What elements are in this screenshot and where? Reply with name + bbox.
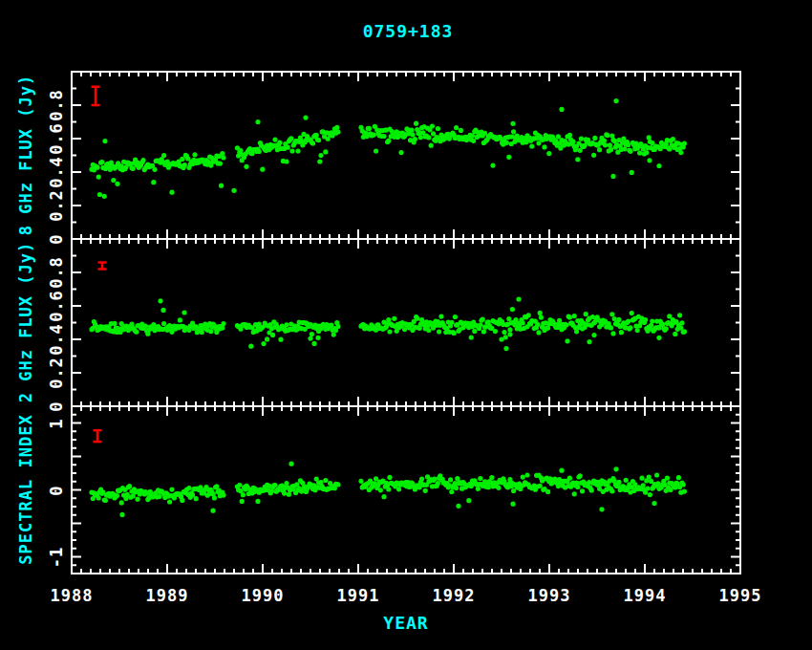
data-point xyxy=(237,483,242,488)
data-point xyxy=(135,497,139,502)
data-point xyxy=(565,338,569,343)
data-point xyxy=(507,327,512,332)
data-point xyxy=(647,135,652,140)
data-point xyxy=(269,488,274,493)
data-point xyxy=(589,488,594,492)
data-point xyxy=(567,476,572,481)
data-point xyxy=(326,137,331,141)
y-axis-label-2ghz-flux: 2 GHz FLUX (Jy) xyxy=(16,242,35,403)
data-point xyxy=(167,499,172,504)
data-point xyxy=(358,479,363,484)
data-point xyxy=(334,125,339,130)
data-point xyxy=(432,477,437,482)
data-point xyxy=(538,311,543,315)
data-point xyxy=(367,126,372,131)
y-tick-label: 0.4 xyxy=(47,323,66,356)
data-point xyxy=(152,167,157,172)
data-point xyxy=(261,341,266,346)
data-point xyxy=(244,164,248,169)
data-point xyxy=(521,320,525,325)
data-point xyxy=(575,157,580,162)
data-point xyxy=(493,329,498,334)
data-point xyxy=(415,316,419,321)
data-point xyxy=(655,481,660,486)
data-point xyxy=(194,496,199,501)
data-point xyxy=(664,326,669,331)
data-point xyxy=(218,162,223,166)
data-point xyxy=(626,142,630,147)
data-point xyxy=(430,123,435,128)
data-point xyxy=(220,326,224,331)
data-point xyxy=(272,483,277,488)
data-point xyxy=(284,159,288,163)
data-point xyxy=(289,148,294,153)
data-point xyxy=(134,330,139,335)
data-point xyxy=(587,339,591,344)
data-point xyxy=(414,121,418,126)
data-point xyxy=(310,141,315,145)
data-point xyxy=(643,317,648,322)
data-point xyxy=(502,330,506,335)
light-curve-figure: 0759+183 8 GHz FLUX (Jy) 2 GHz FLUX (Jy)… xyxy=(0,0,812,650)
data-point xyxy=(374,148,378,153)
data-point xyxy=(667,314,672,318)
data-point xyxy=(103,498,108,503)
data-point xyxy=(616,480,621,485)
data-point xyxy=(231,188,236,193)
data-point xyxy=(97,192,102,197)
data-point xyxy=(466,498,471,503)
data-point xyxy=(96,495,101,500)
data-point xyxy=(335,324,340,329)
data-point xyxy=(372,133,376,138)
data-point xyxy=(387,329,392,334)
data-point xyxy=(524,472,529,477)
data-point xyxy=(295,148,300,153)
data-point xyxy=(323,149,328,154)
data-point xyxy=(111,178,116,183)
data-point xyxy=(481,329,486,334)
data-point xyxy=(564,322,568,327)
data-point xyxy=(288,136,293,141)
data-point xyxy=(648,492,652,497)
data-point xyxy=(278,337,283,342)
data-point xyxy=(95,165,99,170)
data-point xyxy=(115,493,119,498)
data-point xyxy=(102,194,107,199)
data-point xyxy=(574,329,579,334)
data-point xyxy=(158,298,162,303)
data-point xyxy=(567,133,572,138)
data-point xyxy=(557,318,562,323)
data-point xyxy=(677,313,682,317)
data-point xyxy=(426,135,431,140)
data-point xyxy=(436,126,440,131)
data-point xyxy=(311,341,316,346)
y-tick-label: 0.8 xyxy=(47,89,66,121)
data-point xyxy=(678,150,683,155)
data-point xyxy=(526,313,531,317)
data-point xyxy=(410,132,415,137)
data-point xyxy=(471,139,476,143)
data-point xyxy=(536,330,541,335)
data-point xyxy=(323,478,328,483)
y-tick-label: 1 xyxy=(47,418,66,428)
data-point xyxy=(161,321,166,326)
data-point xyxy=(308,336,312,341)
data-point xyxy=(469,335,474,339)
data-point xyxy=(652,501,656,506)
x-tick-label: 1991 xyxy=(337,586,380,605)
data-point xyxy=(602,138,607,142)
data-point xyxy=(605,133,609,138)
data-point xyxy=(178,317,182,322)
data-point xyxy=(650,319,654,324)
data-point xyxy=(673,332,677,336)
data-point xyxy=(151,180,156,184)
data-point xyxy=(626,318,630,323)
data-point xyxy=(628,325,632,330)
data-point xyxy=(490,163,495,168)
data-point xyxy=(472,329,477,334)
data-point xyxy=(288,462,293,466)
data-point xyxy=(96,175,101,180)
data-point xyxy=(448,477,453,482)
data-point xyxy=(418,135,423,140)
data-point xyxy=(584,312,588,316)
